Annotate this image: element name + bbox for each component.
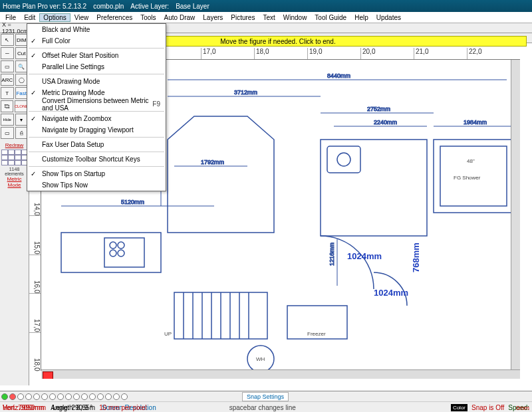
element-count: 1148 elements (0, 167, 29, 176)
svg-text:768mm: 768mm (411, 243, 421, 272)
tool-text-icon[interactable]: T (1, 87, 14, 99)
menu-tool-guide[interactable]: Tool Guide (311, 13, 350, 22)
options-dropdown[interactable]: Black and White Full Color Offset Ruler … (27, 23, 166, 191)
menu-text[interactable]: Text (259, 13, 279, 22)
menu-item-zoombox[interactable]: Navigate with Zoombox (27, 113, 166, 124)
svg-point-37 (337, 153, 350, 166)
menu-separator (29, 74, 164, 74)
snap-dots-row[interactable]: Snap Settings (0, 391, 532, 402)
svg-text:5120mm: 5120mm (121, 199, 144, 205)
menu-layers[interactable]: Layers (199, 13, 227, 22)
snap-dot-icon[interactable] (1, 393, 8, 400)
tool-arc-icon[interactable]: ARC (1, 74, 14, 86)
menu-item-fax-setup[interactable]: Fax User Data Setup (27, 139, 166, 150)
menu-edit[interactable]: Edit (20, 13, 39, 22)
tool-view-icon[interactable]: ▭ (1, 127, 14, 139)
svg-text:3712mm: 3712mm (234, 89, 257, 96)
menu-pictures[interactable]: Pictures (227, 13, 259, 22)
menu-view[interactable]: View (70, 13, 93, 22)
redraw-link[interactable]: Redraw (0, 142, 29, 148)
tool-hide-icon[interactable]: Hide (1, 114, 14, 126)
menu-item-tips-now[interactable]: Show Tips Now (27, 179, 166, 191)
snap-dot-icon[interactable] (17, 393, 24, 400)
svg-rect-18 (321, 140, 427, 236)
svg-text:FG Shower: FG Shower (454, 175, 481, 181)
menu-item-drag-viewport[interactable]: Navigate by Dragging Viewport (27, 124, 166, 136)
svg-text:1792mm: 1792mm (201, 159, 224, 165)
color-palette[interactable] (1, 150, 28, 165)
svg-text:1216mm: 1216mm (329, 243, 335, 266)
tool-line-icon[interactable]: ─ (1, 47, 14, 59)
svg-point-24 (110, 250, 116, 257)
svg-text:2240mm: 2240mm (374, 119, 397, 126)
menu-window[interactable]: Window (279, 13, 311, 22)
status-bar: Snap Settings Horiz:3050mm Length: 8,55m… (0, 391, 532, 412)
metric-mode-link[interactable]: Metric Mode (0, 176, 29, 188)
app-title: Home Plan Pro ver: 5.2.13.2 (3, 3, 86, 10)
tool-pointer-icon[interactable]: ↖ (1, 34, 14, 46)
menu-item-parallel-line[interactable]: Parallel Line Settings (27, 61, 166, 72)
svg-text:1024mm: 1024mm (347, 251, 382, 261)
left-toolbox: ↖DIM ─Cut ▭🔍 ARC◯ TFast ⿻CLONE Hide▾ ▭⎙ … (0, 33, 29, 385)
snap-settings-button[interactable]: Snap Settings (242, 392, 289, 401)
menu-item-customize-toolbar[interactable]: Customize Toolbar Shortcut Keys (27, 154, 166, 165)
menu-item-bw[interactable]: Black and White (27, 24, 166, 35)
scrollbar-horizontal[interactable] (41, 369, 520, 379)
menu-help[interactable]: Help (350, 13, 372, 22)
menu-item-convert-dims[interactable]: Convert Dimensions between Metric and US… (27, 98, 166, 110)
svg-text:2752mm: 2752mm (367, 106, 390, 112)
active-layer-value: Base Layer (176, 3, 209, 10)
active-layer-label: Active Layer: (130, 3, 169, 10)
menu-updates[interactable]: Updates (372, 13, 405, 22)
svg-point-23 (118, 242, 124, 249)
svg-point-22 (110, 242, 116, 249)
menu-bar[interactable]: File Edit Options View Preferences Tools… (0, 12, 532, 23)
scrollbar-vertical[interactable] (511, 60, 520, 369)
status-spacebar-hint: spacebar changes line (229, 404, 296, 411)
svg-text:1024mm: 1024mm (374, 288, 408, 298)
svg-text:1984mm: 1984mm (464, 119, 487, 126)
menu-item-offset-ruler[interactable]: Offset Ruler Start Position (27, 50, 166, 61)
menu-item-full-color[interactable]: Full Color (27, 35, 166, 47)
svg-rect-20 (61, 233, 161, 272)
document-title: combo.pln (93, 3, 124, 10)
svg-text:48": 48" (467, 158, 475, 164)
status-vert: Vert.:7990mm (3, 404, 44, 411)
menu-separator (29, 152, 164, 152)
svg-text:8440mm: 8440mm (327, 72, 350, 79)
svg-text:WH: WH (256, 356, 265, 362)
svg-point-25 (118, 250, 124, 257)
menu-item-usa-mode[interactable]: USA Drawing Mode (27, 76, 166, 87)
tool-clone-icon[interactable]: ⿻ (1, 100, 13, 112)
tool-rect-icon[interactable]: ▭ (1, 60, 14, 72)
menu-preferences[interactable]: Preferences (92, 13, 136, 22)
svg-text:Freezer: Freezer (307, 331, 326, 337)
menu-options[interactable]: Options (39, 13, 70, 22)
snap-state: Snap is Off (471, 404, 504, 411)
svg-text:UP: UP (164, 331, 172, 337)
menu-tools[interactable]: Tools (136, 13, 160, 22)
window-titlebar: Home Plan Pro ver: 5.2.13.2 combo.pln Ac… (0, 0, 532, 12)
tool-clone2-icon[interactable]: CLONE (15, 100, 28, 112)
menu-auto-draw[interactable]: Auto Draw (160, 13, 200, 22)
snap-dot-icon[interactable] (9, 393, 16, 400)
color-button[interactable]: Color (451, 404, 467, 411)
svg-rect-36 (327, 146, 360, 173)
menu-item-tips-startup[interactable]: Show Tips on Startup (27, 168, 166, 179)
menu-separator (29, 166, 164, 167)
menu-separator (29, 48, 164, 49)
menu-separator (29, 137, 164, 138)
menu-file[interactable]: File (1, 13, 20, 22)
